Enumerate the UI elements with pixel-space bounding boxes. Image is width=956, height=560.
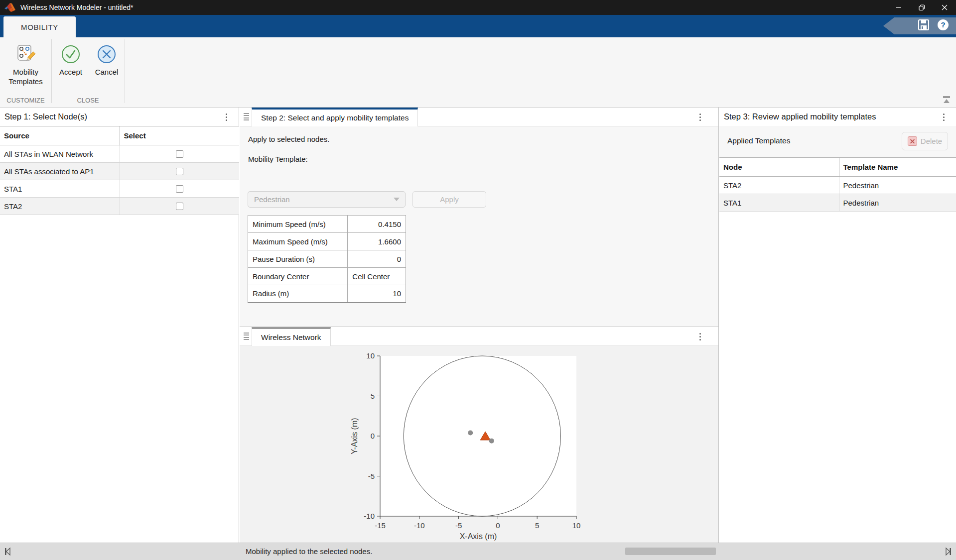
help-icon[interactable]: ? — [937, 19, 949, 33]
param-value[interactable]: Cell Center — [348, 268, 406, 285]
step3-title: Step 3: Review applied mobility template… — [724, 112, 876, 121]
drag-grip-icon[interactable] — [244, 333, 249, 340]
status-message: Mobility applied to the selected nodes. — [246, 543, 372, 560]
template-label: Mobility Template: — [248, 155, 308, 163]
node-cell: STA2 — [719, 177, 839, 194]
table-row: Minimum Speed (m/s) 0.4150 — [248, 216, 406, 233]
template-params-table: Minimum Speed (m/s) 0.4150 Maximum Speed… — [248, 215, 406, 303]
param-value[interactable]: 0 — [348, 250, 406, 268]
step3-menu-icon[interactable] — [939, 111, 948, 123]
param-value[interactable]: 1.6600 — [348, 233, 406, 250]
param-value[interactable]: 0.4150 — [348, 216, 406, 233]
tab-mobility[interactable]: MOBILITY — [3, 16, 76, 37]
node-cell: STA1 — [719, 194, 839, 212]
svg-text:0: 0 — [371, 432, 375, 440]
status-bar: Mobility applied to the selected nodes. — [0, 543, 956, 560]
collapse-right-icon[interactable] — [945, 547, 953, 558]
param-name: Minimum Speed (m/s) — [248, 216, 348, 233]
network-plot: -15-10-50510-10-50510X-Axis (m)Y-Axis (m… — [240, 346, 719, 543]
matlab-logo-icon — [4, 2, 15, 12]
source-cell: STA2 — [0, 198, 120, 215]
svg-text:X-Axis (m): X-Axis (m) — [460, 532, 497, 541]
step1-table: Source Select All STAs in WLAN Network A… — [0, 126, 239, 215]
table-row[interactable]: All STAs associated to AP1 — [0, 163, 239, 180]
template-cell: Pedestrian — [839, 194, 956, 212]
step2-content: Apply to selected nodes. Mobility Templa… — [240, 126, 718, 327]
svg-text:-5: -5 — [455, 521, 462, 530]
step2-menu-icon[interactable] — [695, 111, 704, 123]
step1-title-bar: Step 1: Select Node(s) — [0, 108, 239, 126]
source-cell: All STAs in WLAN Network — [0, 145, 120, 163]
applied-templates-row: Applied Templates Delete — [719, 126, 956, 157]
param-name: Boundary Center — [248, 268, 348, 285]
delete-icon — [908, 136, 917, 146]
horizontal-scrollbar-thumb[interactable] — [625, 548, 716, 555]
step3-col-node: Node — [719, 158, 839, 177]
svg-text:-15: -15 — [375, 521, 386, 530]
network-menu-icon[interactable] — [695, 331, 704, 342]
apply-button[interactable]: Apply — [412, 191, 486, 208]
table-row[interactable]: STA1 Pedestrian — [719, 194, 956, 212]
param-value[interactable]: 10 — [348, 285, 406, 303]
drag-grip-icon[interactable] — [244, 113, 249, 120]
close-button[interactable] — [933, 0, 956, 15]
table-row[interactable]: All STAs in WLAN Network — [0, 145, 239, 163]
mobility-templates-button[interactable]: Mobility Templates — [0, 41, 51, 86]
svg-text:-10: -10 — [364, 512, 375, 520]
delete-label: Delete — [921, 137, 942, 145]
step1-menu-icon[interactable] — [222, 111, 231, 123]
param-name: Pause Duration (s) — [248, 250, 348, 268]
table-row: Boundary Center Cell Center — [248, 268, 406, 285]
collapse-ribbon-icon[interactable] — [942, 95, 953, 105]
step1-col-source: Source — [0, 126, 120, 145]
step3-table: Node Template Name STA2 Pedestrian STA1 … — [719, 157, 956, 212]
param-name: Radius (m) — [248, 285, 348, 303]
tab-step2[interactable]: Step 2: Select and apply mobility templa… — [252, 108, 418, 126]
delete-button[interactable]: Delete — [902, 132, 948, 150]
select-checkbox[interactable] — [176, 203, 183, 210]
cancel-label: Cancel — [90, 67, 124, 77]
panel-step2: Step 2: Select and apply mobility templa… — [240, 108, 719, 327]
accept-button[interactable]: Accept — [54, 41, 87, 77]
accept-icon — [54, 41, 87, 67]
table-row[interactable]: STA1 — [0, 180, 239, 198]
step1-title: Step 1: Select Node(s) — [4, 112, 87, 121]
select-checkbox[interactable] — [176, 150, 183, 158]
panel-step3: Step 3: Review applied mobility template… — [719, 108, 956, 543]
network-tab-bar: Wireless Network — [240, 327, 718, 346]
table-row: Radius (m) 10 — [248, 285, 406, 303]
window-title: Wireless Network Modeler - untitled* — [20, 3, 133, 11]
save-icon[interactable] — [917, 19, 930, 33]
collapse-left-icon[interactable] — [3, 547, 11, 558]
title-bar: Wireless Network Modeler - untitled* — [0, 0, 956, 15]
svg-text:10: 10 — [572, 521, 581, 530]
chevron-down-icon — [394, 198, 400, 201]
svg-text:-10: -10 — [414, 521, 425, 530]
cancel-icon — [90, 41, 124, 67]
param-name: Maximum Speed (m/s) — [248, 233, 348, 250]
toolstrip-separator — [125, 39, 125, 103]
svg-text:Y-Axis (m): Y-Axis (m) — [350, 418, 359, 454]
table-row: Maximum Speed (m/s) 1.6600 — [248, 233, 406, 250]
minimize-button[interactable] — [887, 0, 910, 15]
template-dropdown[interactable]: Pedestrian — [248, 191, 406, 208]
select-checkbox[interactable] — [176, 168, 183, 175]
panel-step1: Step 1: Select Node(s) Source Select All… — [0, 108, 239, 543]
tab-wireless-network[interactable]: Wireless Network — [252, 327, 331, 346]
group-label-close: CLOSE — [51, 97, 125, 104]
step3-col-template: Template Name — [839, 158, 956, 177]
quick-access-toolbar: ? — [883, 17, 956, 34]
network-plot-area: -15-10-50510-10-50510X-Axis (m)Y-Axis (m… — [240, 346, 718, 543]
select-checkbox[interactable] — [176, 185, 183, 193]
svg-text:-5: -5 — [368, 472, 375, 480]
group-label-customize: CUSTOMIZE — [0, 97, 51, 104]
restore-button[interactable] — [910, 0, 933, 15]
source-cell: All STAs associated to AP1 — [0, 163, 120, 180]
table-row[interactable]: STA2 — [0, 198, 239, 215]
svg-text:?: ? — [941, 20, 945, 29]
step3-title-bar: Step 3: Review applied mobility template… — [719, 108, 956, 126]
table-row[interactable]: STA2 Pedestrian — [719, 177, 956, 194]
source-cell: STA1 — [0, 180, 120, 198]
cancel-button[interactable]: Cancel — [90, 41, 124, 77]
step1-col-select: Select — [120, 126, 239, 145]
